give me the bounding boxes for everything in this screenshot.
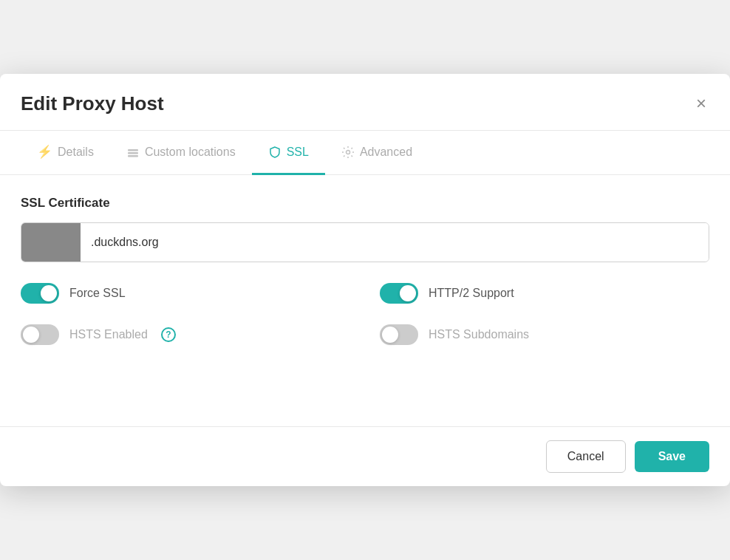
svg-rect-1 bbox=[128, 152, 138, 154]
modal-title: Edit Proxy Host bbox=[21, 92, 164, 115]
force-ssl-toggle[interactable] bbox=[21, 283, 59, 304]
force-ssl-row: Force SSL bbox=[21, 283, 350, 304]
tab-custom-locations-label: Custom locations bbox=[145, 146, 236, 159]
hsts-toggle[interactable] bbox=[21, 324, 59, 345]
hsts-subdomains-thumb bbox=[382, 327, 398, 343]
force-ssl-label: Force SSL bbox=[69, 287, 126, 300]
svg-rect-0 bbox=[128, 149, 138, 151]
hsts-subdomains-track[interactable] bbox=[380, 324, 418, 345]
tab-details[interactable]: ⚡ Details bbox=[21, 131, 110, 175]
ssl-section-title: SSL Certificate bbox=[21, 196, 709, 211]
close-button[interactable]: × bbox=[693, 92, 709, 115]
tab-details-label: Details bbox=[58, 146, 94, 159]
tab-custom-locations[interactable]: Custom locations bbox=[110, 132, 252, 175]
hsts-subdomains-toggle[interactable] bbox=[380, 324, 418, 345]
tab-advanced-label: Advanced bbox=[360, 146, 412, 159]
force-ssl-thumb bbox=[41, 285, 57, 301]
save-button[interactable]: Save bbox=[635, 441, 709, 472]
modal-header: Edit Proxy Host × bbox=[0, 74, 730, 131]
hsts-label: HSTS Enabled bbox=[69, 328, 148, 341]
http2-label: HTTP/2 Support bbox=[429, 287, 514, 300]
ssl-certificate-prefix-block bbox=[21, 223, 81, 262]
svg-point-3 bbox=[346, 151, 349, 154]
hsts-subdomains-label: HSTS Subdomains bbox=[429, 328, 529, 341]
ssl-certificate-input[interactable] bbox=[81, 223, 709, 262]
http2-track[interactable] bbox=[380, 283, 418, 304]
tab-advanced[interactable]: Advanced bbox=[325, 132, 429, 175]
layers-icon bbox=[126, 145, 140, 160]
http2-row: HTTP/2 Support bbox=[380, 283, 709, 304]
hsts-subdomains-row: HSTS Subdomains bbox=[380, 324, 709, 345]
hsts-track[interactable] bbox=[21, 324, 59, 345]
hsts-help-icon[interactable]: ? bbox=[161, 327, 176, 342]
force-ssl-track[interactable] bbox=[21, 283, 59, 304]
hsts-row: HSTS Enabled ? bbox=[21, 324, 350, 345]
tabs-bar: ⚡ Details Custom locations SSL bbox=[0, 131, 730, 175]
gear-icon bbox=[341, 145, 355, 160]
edit-proxy-host-modal: Edit Proxy Host × ⚡ Details Custom locat… bbox=[0, 74, 730, 486]
hsts-thumb bbox=[23, 327, 39, 343]
shield-icon bbox=[268, 145, 282, 160]
http2-toggle[interactable] bbox=[380, 283, 418, 304]
toggles-grid: Force SSL HTTP/2 Support HSTS Enab bbox=[21, 283, 709, 345]
tab-ssl[interactable]: SSL bbox=[252, 132, 325, 175]
svg-rect-2 bbox=[128, 155, 138, 157]
lightning-icon: ⚡ bbox=[37, 144, 52, 160]
ssl-certificate-input-row bbox=[21, 222, 709, 262]
modal-footer: Cancel Save bbox=[0, 426, 730, 486]
tab-ssl-label: SSL bbox=[287, 146, 309, 159]
http2-thumb bbox=[400, 285, 416, 301]
modal-body: SSL Certificate Force SSL bbox=[0, 175, 730, 426]
cancel-button[interactable]: Cancel bbox=[546, 440, 626, 473]
